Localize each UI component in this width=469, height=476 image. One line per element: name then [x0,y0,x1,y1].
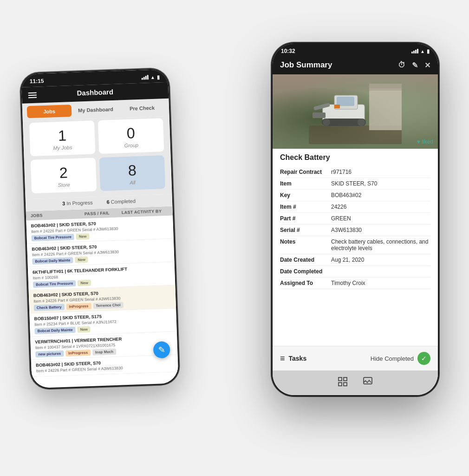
tasks-left: ≡ Tasks [280,354,306,364]
svg-rect-10 [313,112,326,118]
key-item-num: Item # [280,204,331,210]
tab-pre-check[interactable]: Pre Check [120,101,165,115]
val-assigned-to: Timothy Croix [331,280,430,286]
like-icon[interactable]: ♥ liked [417,139,433,145]
tag-daily-maint-1: Bobcat Daily Mainte [32,257,73,264]
key-date-completed: Date Completed [280,268,331,275]
val-key: BOB463#02 [331,192,430,198]
notch-left [66,71,123,83]
tag-daily-maint-4: Bobcat Daily Mainte [34,327,75,334]
tag-new-4: New [77,326,91,333]
notch-right [327,44,383,54]
stat-label-my-jobs: My Jobs [34,144,91,152]
val-date-completed [331,268,430,275]
skid-steer-illustration [309,79,402,144]
val-serial-num: A3W613830 [331,227,430,233]
detail-repair-contract: Repair Contract r971716 [280,166,430,178]
status-icons-right: ▲ ▮ [411,48,430,54]
key-key: Key [280,192,331,198]
detail-key: Key BOB463#02 [280,190,430,201]
key-repair-contract: Repair Contract [280,169,331,175]
stat-num-store: 2 [34,165,92,181]
status-icons-left: ▲ ▮ [142,74,160,80]
stat-all[interactable]: 8 All [99,155,165,191]
completed-text: 6 Completed [106,198,136,205]
col-pass-fail: PASS / FAIL [85,210,122,216]
hide-completed-label: Hide Completed [371,355,414,362]
key-item: Item [280,180,331,187]
svg-rect-15 [344,383,347,386]
val-repair-contract: r971716 [331,169,430,175]
time-left: 11:15 [30,78,44,85]
wifi-icon-right: ▲ [420,49,425,54]
svg-rect-11 [334,105,340,108]
val-date-created: Aug 21, 2020 [331,257,430,263]
hide-completed-toggle[interactable]: ✓ [417,352,430,365]
signal-icon-right [411,49,418,53]
phone-job-summary-inner: 10:32 ▲ ▮ Job Summary ⏱ ✎ [273,44,438,395]
detail-serial-num: Serial # A3W613830 [280,225,430,236]
job-summary-header: Job Summary ⏱ ✎ ✕ [273,57,438,74]
val-item: SKID STEER, S70 [331,180,430,187]
svg-rect-13 [344,377,347,381]
val-part-num: GREEN [331,215,430,222]
detail-assigned-to: Assigned To Timothy Croix [280,278,430,289]
tag-new-0: New [76,233,90,240]
phone-dashboard: 11:15 ▲ ▮ Dashboard [20,68,180,390]
tag-pictures-5: new pictures [35,350,64,357]
tab-my-dashboard[interactable]: My Dashboard [73,103,118,116]
check-icon: ✓ [421,355,427,362]
key-part-num: Part # [280,215,331,222]
stat-group[interactable]: 0 Group [98,118,164,154]
stat-label-store: Store [35,181,92,188]
stat-store[interactable]: 2 Store [31,158,97,193]
stat-label-group: Group [103,141,160,149]
tag-check-battery: Check Battery [34,304,65,311]
close-icon-header[interactable]: ✕ [424,61,430,70]
tasks-right[interactable]: Hide Completed ✓ [371,352,430,365]
wifi-icon-left: ▲ [150,74,155,79]
edit-icon-header[interactable]: ✎ [412,61,418,70]
detail-date-completed: Date Completed [280,266,430,278]
key-date-created: Date Created [280,257,331,263]
svg-point-7 [323,119,330,126]
header-action-icons: ⏱ ✎ ✕ [398,61,430,70]
battery-icon-left: ▮ [156,74,159,80]
tasks-list-icon: ≡ [280,354,285,364]
section-title: Check Battery [280,153,430,162]
menu-button[interactable] [28,92,37,98]
col-jobs: JOBS [31,212,85,218]
job-image: ♥ liked [273,74,438,149]
stat-label-all: All [104,178,161,186]
in-progress-text: 3 In Progress [62,200,93,206]
stats-grid: 1 My Jobs 0 Group 2 Store 8 All [23,116,172,199]
detail-part-num: Part # GREEN [280,213,430,225]
time-right: 10:32 [281,48,295,54]
val-item-num: 24226 [331,204,430,210]
timer-icon[interactable]: ⏱ [398,61,405,69]
dashboard-title: Dashboard [77,88,113,97]
key-serial-num: Serial # [280,227,331,233]
tag-inprogress-5: InProgress [65,350,91,357]
tasks-bar: ≡ Tasks Hide Completed ✓ [273,346,438,370]
list-view-icon[interactable] [337,376,348,390]
stat-my-jobs[interactable]: 1 My Jobs [29,120,95,156]
phone-dashboard-inner: 11:15 ▲ ▮ Dashboard [21,69,178,389]
tab-jobs[interactable]: Jobs [27,105,72,118]
stat-num-my-jobs: 1 [33,127,91,144]
tag-new-1: New [75,257,88,263]
tag-inprogress-3: InProgress [66,303,91,310]
edit-icon: ✎ [158,344,165,355]
svg-rect-2 [369,84,402,91]
job-image-inner [273,74,438,149]
stat-num-group: 0 [102,125,160,141]
stat-num-all: 8 [103,162,161,178]
svg-rect-12 [339,377,342,381]
col-last-activity: LAST ACTIVITY BY [122,209,168,215]
scene: 11:15 ▲ ▮ Dashboard [12,15,457,461]
detail-date-created: Date Created Aug 21, 2020 [280,254,430,266]
detail-item: Item SKID STEER, S70 [280,178,430,190]
svg-point-8 [358,119,365,126]
val-notes: Check battery cables, connections, and e… [331,238,430,251]
gallery-view-icon[interactable] [362,376,373,390]
